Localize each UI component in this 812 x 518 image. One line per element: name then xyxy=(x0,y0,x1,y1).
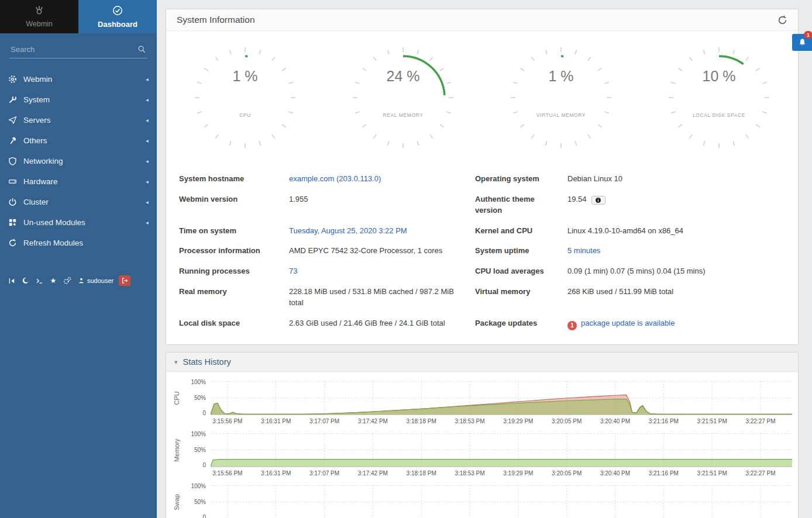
sidebar-item-system[interactable]: System ◂ xyxy=(0,89,157,110)
logout-icon xyxy=(121,277,128,284)
info-label: Package updates xyxy=(475,313,567,334)
sidebar-item-hardware[interactable]: Hardware ◂ xyxy=(0,171,157,192)
gauges-row: 1 % CPU 24 % REAL MEMORY 1 % VIRTUAL MEM… xyxy=(166,46,798,149)
sidebar: Webmin Dashboard Webmin ◂ S xyxy=(0,0,157,518)
stats-history-panel: ▾ Stats History CPU 100% 50% 0 3:15:56 P… xyxy=(166,352,799,518)
sidebar-item-networking[interactable]: Networking ◂ xyxy=(0,151,157,171)
info-label: System hostname xyxy=(179,169,289,189)
x-axis-tick-label: 3:18:53 PM xyxy=(455,418,484,424)
webmin-logo-icon xyxy=(34,5,44,18)
tab-dashboard[interactable]: Dashboard xyxy=(78,0,157,33)
package-updates-badge: 1 xyxy=(567,321,577,330)
power-icon xyxy=(8,198,23,206)
x-axis-tick-label: 3:21:51 PM xyxy=(697,470,727,476)
search-icon[interactable] xyxy=(137,45,146,56)
sidebar-search xyxy=(9,42,147,58)
gauge-dial xyxy=(668,46,770,149)
search-input[interactable] xyxy=(9,42,147,58)
main-content: System Information 1 % CPU 24 % REAL MEM… xyxy=(157,0,812,518)
info-label: Webmin version xyxy=(179,189,289,210)
favorites-button[interactable]: ★ xyxy=(49,275,58,286)
running-processes-link[interactable]: 73 xyxy=(289,267,297,275)
hostname-link[interactable]: example.com (203.0.113.0) xyxy=(289,174,381,183)
info-value: Tuesday, August 25, 2020 3:22 PM xyxy=(289,221,475,241)
x-axis-tick-label: 3:16:31 PM xyxy=(261,418,291,424)
tools-icon xyxy=(8,136,23,145)
cpu-x-axis: 3:15:56 PM3:16:31 PM3:17:07 PM3:17:42 PM… xyxy=(211,415,792,427)
sidebar-tabs: Webmin Dashboard xyxy=(0,0,157,33)
x-axis-tick-label: 3:15:56 PM xyxy=(212,418,242,424)
swap-plot-area xyxy=(211,485,792,518)
chevron-left-icon: ◂ xyxy=(146,137,149,144)
logout-button[interactable] xyxy=(119,275,130,286)
sidebar-item-webmin[interactable]: Webmin ◂ xyxy=(0,69,157,89)
night-mode-button[interactable] xyxy=(21,275,30,286)
info-label: Real memory xyxy=(179,282,289,302)
tab-webmin[interactable]: Webmin xyxy=(0,0,78,33)
sidebar-item-refresh-modules[interactable]: Refresh Modules xyxy=(0,233,157,253)
uptime-link[interactable]: 5 minutes xyxy=(567,246,600,255)
info-value: example.com (203.0.113.0) xyxy=(289,169,475,189)
tab-dashboard-label: Dashboard xyxy=(98,20,137,29)
info-label: Time on system xyxy=(179,221,289,241)
info-label: System uptime xyxy=(475,241,567,261)
terminal-button[interactable] xyxy=(35,275,44,286)
theme-settings-button[interactable] xyxy=(62,275,73,286)
info-label: CPU load averages xyxy=(475,261,567,282)
memory-axis-title: Memory xyxy=(173,438,180,462)
info-value: 2.63 GiB used / 21.46 GiB free / 24.1 Gi… xyxy=(289,313,475,334)
notification-count-badge: 1 xyxy=(804,31,812,39)
sidebar-item-servers[interactable]: Servers ◂ xyxy=(0,110,157,130)
cpu-history-chart: CPU 100% 50% 0 3:15:56 PM3:16:31 PM3:17:… xyxy=(170,381,792,427)
sidebar-footer: ★ sudouser xyxy=(0,275,157,286)
x-axis-tick-label: 3:16:31 PM xyxy=(261,470,291,476)
info-label: Kernel and CPU xyxy=(475,221,567,241)
x-axis-tick-label: 3:18:18 PM xyxy=(407,470,436,476)
moon-icon xyxy=(22,277,29,284)
info-label: Running processes xyxy=(179,261,289,282)
sidebar-item-unused-modules[interactable]: Un-used Modules ◂ xyxy=(0,212,157,233)
memory-plot-area xyxy=(211,433,792,467)
refresh-icon xyxy=(777,15,787,25)
info-label: Processor information xyxy=(179,241,289,261)
page-title: System Information xyxy=(177,15,255,25)
refresh-button[interactable] xyxy=(777,15,787,25)
sidebar-item-others[interactable]: Others ◂ xyxy=(0,130,157,151)
username-label: sudouser xyxy=(87,277,113,284)
stats-history-header[interactable]: ▾ Stats History xyxy=(166,353,798,372)
gauge-cpu: 1 % CPU xyxy=(194,46,297,149)
y-tick-label: 50% xyxy=(194,499,206,505)
swap-axis-title: Swap xyxy=(173,494,180,510)
gauge-value: 24 % xyxy=(387,68,420,85)
info-label: Local disk space xyxy=(179,313,289,334)
y-tick-label: 50% xyxy=(194,395,206,401)
x-axis-tick-label: 3:22:27 PM xyxy=(745,470,775,476)
sidebar-item-cluster[interactable]: Cluster ◂ xyxy=(0,192,157,212)
gauge-value: 1 % xyxy=(232,68,257,85)
x-axis-tick-label: 3:21:51 PM xyxy=(697,418,727,424)
gauge-real-memory: 24 % REAL MEMORY xyxy=(352,46,455,149)
time-on-system-link[interactable]: Tuesday, August 25, 2020 3:22 PM xyxy=(289,226,407,235)
x-axis-tick-label: 3:19:29 PM xyxy=(503,470,533,476)
x-axis-tick-label: 3:17:07 PM xyxy=(309,470,339,476)
theme-info-button[interactable] xyxy=(591,196,605,205)
x-axis-tick-label: 3:22:27 PM xyxy=(745,418,775,424)
webmin-app: Webmin Dashboard Webmin ◂ S xyxy=(0,0,812,518)
x-axis-tick-label: 3:20:40 PM xyxy=(600,418,630,424)
terminal-icon xyxy=(36,277,43,285)
collapse-sidebar-button[interactable] xyxy=(7,275,17,286)
y-tick-label: 100% xyxy=(191,379,206,385)
package-updates-link[interactable]: package update is available xyxy=(581,319,675,327)
y-tick-label: 0 xyxy=(202,410,206,416)
star-icon: ★ xyxy=(50,277,57,284)
gear-icon xyxy=(8,75,23,84)
collapse-sidebar-icon xyxy=(8,277,16,285)
y-tick-label: 100% xyxy=(191,483,206,489)
wrench-icon xyxy=(8,95,23,104)
swap-history-chart: Swap 100% 50% 0 3:15:56 PM3:16:31 PM3:17… xyxy=(170,485,792,518)
info-icon xyxy=(595,197,601,203)
gauge-dial xyxy=(194,46,297,149)
notifications-bell-button[interactable]: 1 xyxy=(792,34,812,51)
x-axis-tick-label: 3:15:56 PM xyxy=(212,470,242,476)
user-button[interactable]: sudouser xyxy=(77,275,115,286)
